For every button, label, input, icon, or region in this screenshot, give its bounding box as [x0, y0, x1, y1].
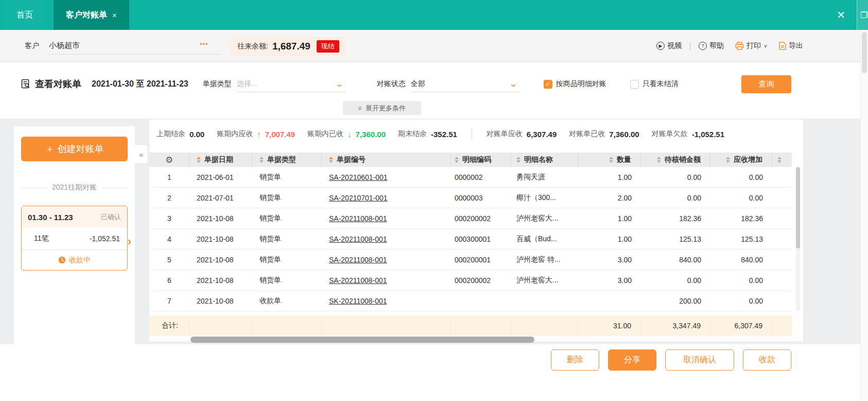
detail-reconcile-checkbox[interactable]: ✓ 按商品明细对账: [544, 79, 606, 89]
close-icon[interactable]: ✕: [837, 0, 845, 30]
cell-item-code: [450, 291, 511, 311]
page-scrollbar[interactable]: [860, 30, 868, 401]
play-icon: ▶: [656, 42, 665, 50]
period-state-row: 收款中: [22, 249, 127, 270]
column-header-extra[interactable]: [772, 153, 792, 167]
tab-customer-statement[interactable]: 客户对账单 ×: [54, 0, 129, 30]
cell-item-name: [511, 291, 578, 311]
customer-header: 客户 小杨超市 ••• 往来余额: 1,687.49 现结 ▶ 视频 ? 帮助 …: [0, 30, 868, 62]
table-row[interactable]: 1 2021-06-01 销货单 SA-20210601-001 0000002…: [149, 167, 792, 188]
cell-pending-amount: 0.00: [641, 270, 710, 290]
create-statement-button[interactable]: ＋ 创建对账单: [21, 137, 128, 161]
cell-doc-date: 2021-07-01: [189, 188, 252, 208]
cell-pending-amount: 0.00: [641, 188, 710, 208]
doc-number-link[interactable]: SA-20211008-001: [329, 256, 387, 264]
cell-doc-date: 2021-10-08: [189, 249, 252, 270]
balance-value: 1,687.49: [272, 41, 310, 52]
horizontal-scrollbar[interactable]: [149, 336, 792, 343]
horizontal-scrollbar-thumb[interactable]: [190, 337, 534, 343]
table-body: 1 2021-06-01 销货单 SA-20210601-001 0000002…: [149, 167, 792, 311]
cell-receivable-increase: 840.00: [710, 249, 772, 270]
cell-doc-number: SA-20211008-001: [322, 229, 450, 249]
cell-doc-number: SA-20211008-001: [322, 208, 450, 228]
cell-item-code: 000200002: [450, 270, 511, 290]
column-header[interactable]: 单据日期: [189, 153, 252, 167]
doc-number-link[interactable]: SA-20210701-001: [329, 194, 388, 202]
customer-value: 小杨超市: [49, 41, 80, 51]
row-number: 6: [149, 270, 189, 290]
cell-doc-type: 销货单: [252, 188, 322, 208]
page-scrollbar-thumb[interactable]: [862, 32, 867, 73]
totals-pending: 3,347.49: [641, 315, 710, 336]
delete-button[interactable]: 删除: [551, 349, 599, 371]
chevron-down-icon: ⌄: [509, 79, 517, 89]
table-row[interactable]: 3 2021-10-08 销货单 SA-20211008-001 0002000…: [149, 208, 792, 229]
date-range[interactable]: 2021-01-30 至 2021-11-23: [92, 79, 188, 90]
vertical-scrollbar[interactable]: [796, 167, 800, 311]
cell-item-code: 000200002: [450, 208, 511, 228]
cell-doc-type: 收款单: [252, 291, 322, 311]
cell-item-name: 勇闯天涯: [511, 167, 578, 187]
customer-picker-ellipsis-icon[interactable]: •••: [200, 40, 209, 48]
export-button[interactable]: 导出: [779, 41, 803, 51]
sort-arrows-icon: [197, 157, 201, 163]
cell-qty: [578, 291, 641, 311]
cell-doc-number: SA-20210601-001: [322, 167, 450, 187]
share-button[interactable]: 分享: [608, 349, 656, 371]
help-button[interactable]: ? 帮助: [699, 41, 724, 51]
sort-arrows-icon: [516, 157, 520, 163]
column-settings-button[interactable]: ⚙: [149, 153, 189, 167]
table-row[interactable]: 7 2021-10-08 收款单 SK-20211008-001 200.00 …: [149, 291, 792, 311]
customer-input[interactable]: 小杨超市: [49, 37, 221, 55]
top-tab-bar: 首页 客户对账单 × ✕ ❐: [0, 0, 868, 30]
cell-qty: 3.00: [578, 270, 641, 290]
table-row[interactable]: 4 2021-10-08 销货单 SA-20211008-001 0003000…: [149, 229, 792, 249]
tab-close-icon[interactable]: ×: [112, 11, 117, 20]
cell-item-name: 泸州老窖大...: [511, 270, 578, 290]
divider: [690, 42, 690, 49]
column-header[interactable]: 待核销金额: [641, 153, 710, 167]
column-header[interactable]: 单据类型: [252, 153, 322, 167]
cell-doc-number: SA-20210701-001: [322, 188, 450, 208]
doc-number-link[interactable]: SA-20211008-001: [329, 276, 387, 285]
tab-home[interactable]: 首页: [4, 0, 45, 30]
cell-doc-date: 2021-10-08: [189, 229, 252, 249]
cell-receivable-increase: 0.00: [710, 270, 772, 290]
cancel-confirm-button[interactable]: 取消确认: [665, 349, 734, 371]
receive-payment-button[interactable]: 收款: [743, 349, 791, 371]
cell-doc-date: 2021-10-08: [189, 291, 252, 311]
column-header[interactable]: 单据编号: [322, 153, 450, 167]
status-select[interactable]: 全部 ⌄: [411, 76, 520, 92]
sidebar-collapse-button[interactable]: «: [135, 144, 148, 164]
query-button[interactable]: 查询: [741, 75, 791, 93]
chevron-down-icon: ∨: [763, 43, 768, 48]
totals-qty: 31.00: [578, 315, 641, 336]
doc-number-link[interactable]: SA-20211008-001: [329, 214, 387, 223]
vertical-scrollbar-thumb[interactable]: [796, 167, 800, 248]
cell-item-name: 泸州老窖 特...: [511, 249, 578, 270]
column-header[interactable]: 应收增加: [710, 153, 772, 167]
sort-arrows-icon: [609, 157, 613, 163]
print-button[interactable]: 打印 ∨: [735, 41, 768, 51]
column-header[interactable]: 明细编码: [450, 153, 511, 167]
cell-receivable-increase: 0.00: [710, 291, 772, 311]
expand-more-button[interactable]: » 展开更多条件: [343, 101, 421, 115]
table-header-row: ⚙ 单据日期单据类型单据编号明细编码明细名称数量待核销金额应收增加: [149, 153, 792, 167]
video-button[interactable]: ▶ 视频: [656, 41, 682, 51]
column-header[interactable]: 明细名称: [511, 153, 578, 167]
cell-receivable-increase: 182.36: [710, 208, 772, 228]
table-row[interactable]: 2 2021-07-01 销货单 SA-20210701-001 0000003…: [149, 188, 792, 208]
cell-receivable-increase: 125.13: [710, 229, 772, 249]
doc-number-link[interactable]: SA-20211008-001: [329, 235, 387, 243]
table-row[interactable]: 6 2021-10-08 销货单 SA-20211008-001 0002000…: [149, 270, 792, 291]
unsettled-only-checkbox[interactable]: 只看未结清: [630, 79, 679, 89]
arrow-right-icon: ›: [128, 236, 131, 247]
table-row[interactable]: 5 2021-10-08 销货单 SA-20211008-001 0002000…: [149, 249, 792, 270]
doc-number-link[interactable]: SK-20211008-001: [329, 297, 387, 305]
period-card[interactable]: 01.30 - 11.23 已确认 11笔 -1,052.51 › 收款中: [21, 206, 128, 271]
doc-type-select[interactable]: 选择... ⌄: [237, 76, 346, 92]
clipboard-icon[interactable]: ❐: [857, 0, 868, 30]
statement-table: ⚙ 单据日期单据类型单据编号明细编码明细名称数量待核销金额应收增加 1 2021…: [149, 153, 792, 336]
doc-number-link[interactable]: SA-20210601-001: [329, 173, 388, 181]
column-header[interactable]: 数量: [578, 153, 641, 167]
